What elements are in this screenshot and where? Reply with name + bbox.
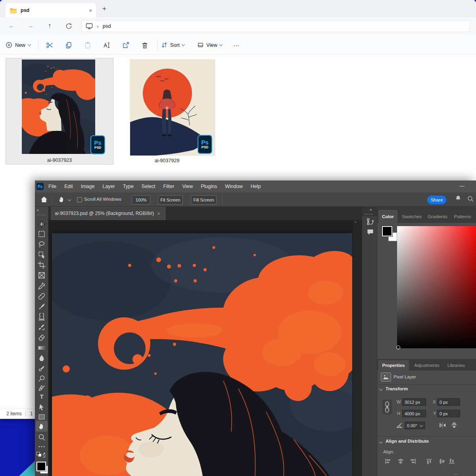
tab-patterns[interactable]: Patterns [451, 210, 474, 223]
menu-select[interactable]: Select [138, 180, 159, 192]
paste-button[interactable] [82, 39, 94, 51]
eyedropper-tool[interactable] [38, 282, 46, 290]
tab-properties[interactable]: Properties [378, 360, 409, 370]
menu-edit[interactable]: Edit [60, 180, 77, 192]
align-section-title[interactable]: Align and Distribute [386, 439, 429, 443]
home-button[interactable] [40, 196, 48, 205]
menu-layer[interactable]: Layer [98, 180, 119, 192]
y-input[interactable]: 0 px [437, 410, 460, 417]
align-right-button[interactable] [410, 459, 416, 464]
color-picker-field[interactable] [397, 226, 476, 348]
move-tool[interactable] [38, 220, 46, 228]
frame-tool[interactable] [38, 271, 46, 279]
copy-button[interactable] [63, 39, 75, 51]
menu-type[interactable]: Type [119, 180, 138, 192]
forward-button[interactable]: → [25, 20, 36, 32]
blur-tool[interactable] [38, 354, 46, 362]
color-picker-cursor[interactable] [396, 345, 400, 349]
eraser-tool[interactable] [38, 334, 46, 342]
menu-plugins[interactable]: Plugins [197, 180, 221, 192]
document-tab[interactable]: ai-9037923.psd @ 25% (Background, RGB/8#… [51, 207, 166, 220]
lasso-tool[interactable] [38, 240, 46, 248]
menu-image[interactable]: Image [77, 180, 99, 192]
canvas-document[interactable] [52, 233, 352, 476]
zoom-100-button[interactable]: 100% [132, 195, 150, 205]
collapse-panels-icon[interactable]: « [370, 207, 372, 212]
tab-close-icon[interactable]: × [89, 8, 92, 13]
fit-screen-button[interactable]: Fit Screen [158, 195, 183, 205]
hand-tool-options-icon[interactable] [58, 196, 66, 205]
align-more-options[interactable]: … [453, 470, 459, 476]
align-bottom-button[interactable] [449, 459, 455, 464]
panel-grip[interactable] [365, 214, 372, 215]
back-button[interactable]: ← [6, 20, 17, 32]
tab-color[interactable]: Color [378, 210, 397, 223]
refresh-button[interactable] [63, 20, 75, 32]
default-colors-icon[interactable] [36, 452, 47, 459]
menu-window[interactable]: Window [221, 180, 246, 192]
path-selection-tool[interactable] [38, 403, 46, 411]
rectangle-tool[interactable] [38, 413, 46, 421]
pen-tool[interactable] [38, 384, 46, 392]
breadcrumb[interactable]: psd [103, 23, 111, 29]
hand-tool[interactable] [38, 422, 46, 430]
scroll-all-windows-checkbox[interactable] [77, 197, 82, 202]
new-button[interactable]: New [6, 39, 31, 50]
menu-help[interactable]: Help [247, 180, 265, 192]
width-input[interactable]: 3012 px [402, 398, 426, 406]
new-tab-button[interactable]: + [102, 5, 106, 13]
view-button[interactable]: View [197, 39, 222, 50]
notifications-button[interactable] [455, 195, 461, 203]
tab-swatches[interactable]: Swatches [399, 210, 424, 223]
flip-vertical-button[interactable] [451, 422, 458, 429]
comments-icon[interactable] [367, 228, 374, 235]
crop-tool[interactable] [38, 261, 46, 269]
menu-file[interactable]: File [44, 180, 60, 192]
panel-foreground-color-swatch[interactable] [382, 226, 392, 236]
more-options-button[interactable]: … [233, 40, 239, 47]
file-name[interactable]: ai-9037923 [6, 157, 113, 163]
align-top-button[interactable] [426, 459, 433, 464]
dodge-tool[interactable] [38, 375, 46, 383]
file-name[interactable]: ai-9037929 [117, 158, 217, 163]
zoom-tool[interactable] [38, 433, 46, 441]
smudge-tool[interactable] [38, 365, 46, 372]
file-thumbnail-ai-9037923[interactable] [22, 60, 95, 154]
search-button[interactable] [467, 196, 474, 203]
toolbar-grip[interactable] [37, 215, 46, 215]
collapse-toolbar-icon[interactable]: » [36, 207, 39, 212]
marquee-tool[interactable] [38, 230, 46, 238]
edit-toolbar-icon[interactable] [38, 443, 46, 451]
menu-filter[interactable]: Filter [159, 180, 178, 192]
align-left-button[interactable] [385, 459, 391, 464]
address-bar[interactable]: › psd [81, 20, 470, 32]
x-input[interactable]: 0 px [437, 398, 460, 406]
object-selection-tool[interactable] [38, 251, 46, 259]
canvas-scrollbar[interactable] [352, 220, 362, 476]
share-button[interactable]: Share [427, 196, 446, 204]
menu-view[interactable]: View [178, 180, 197, 192]
delete-button[interactable] [139, 39, 151, 51]
share-button[interactable] [120, 39, 132, 51]
transform-section-title[interactable]: Transform [386, 386, 408, 391]
minimize-button[interactable] [459, 186, 464, 186]
rename-button[interactable] [101, 39, 113, 51]
gradient-tool[interactable] [38, 344, 46, 352]
sort-button[interactable]: Sort [161, 39, 184, 50]
clone-stamp-tool[interactable] [38, 313, 46, 321]
type-tool[interactable]: T [38, 393, 45, 400]
cut-button[interactable] [44, 39, 56, 51]
tab-gradients[interactable]: Gradients [425, 210, 450, 223]
fill-screen-button[interactable]: Fill Screen [191, 195, 217, 205]
brush-tool[interactable] [38, 303, 46, 311]
up-button[interactable]: ↑ [44, 20, 56, 32]
align-center-horizontal-button[interactable] [397, 459, 404, 464]
link-dimensions-button[interactable] [382, 399, 392, 415]
tab-adjustments[interactable]: Adjustments [411, 360, 443, 370]
explorer-tab-psd[interactable]: psd × [6, 3, 96, 17]
history-brush-tool[interactable] [38, 323, 46, 331]
healing-brush-tool[interactable] [38, 292, 46, 300]
document-close-icon[interactable]: × [157, 211, 160, 217]
flip-horizontal-button[interactable] [439, 422, 446, 429]
tab-libraries[interactable]: Libraries [444, 360, 468, 370]
